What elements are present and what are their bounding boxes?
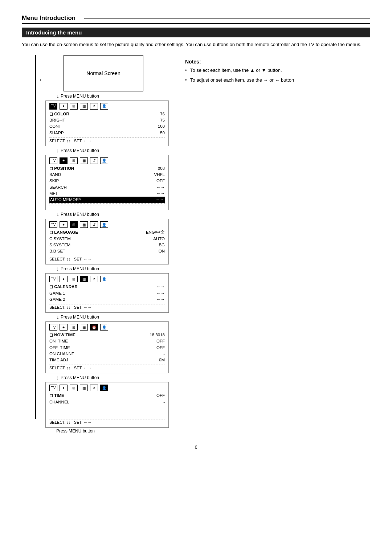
menu-icons-2: TV ✦ ⊞ ▦ ↺ 👤 (49, 157, 165, 164)
note-item-2: To adjust or set each item, use the → or… (185, 77, 370, 84)
icon4-star: ✦ (60, 276, 68, 282)
icon3-box1: ⊞ (70, 221, 78, 228)
icon4-person: 👤 (100, 276, 108, 282)
icon6-box2: ▦ (80, 385, 88, 391)
menu-panel-4: TV ✦ ⊞ ▦ ↺ 👤 ◻ CALENDAR←→ GAME 1←→ GAME … (45, 273, 169, 313)
press-menu-2: Press MENU button (61, 148, 99, 153)
panel1-select: SELECT: ↕↕ SET: ←→ (49, 138, 165, 143)
panel3-rows: ◻ LANGUAGEENG/中文 C.SYSTEMAUTO S.SYSTEMBG… (49, 229, 165, 254)
arrow-down-5: ↓ (56, 314, 59, 320)
arrow-down-icon: ↓ (56, 93, 59, 99)
intro-text: You can use the on-screen menus to set t… (22, 41, 370, 49)
icon2-person: 👤 (100, 157, 108, 164)
icon2-box1: ⊞ (70, 157, 78, 164)
icon3-tv: TV (49, 221, 57, 228)
icon5-tv: TV (49, 324, 57, 331)
menu-panel-3: TV ✦ ⊞ ▦ ↺ 👤 ◻ LANGUAGEENG/中文 C.SYSTEMAU… (45, 219, 169, 264)
icon5-star: ✦ (60, 324, 68, 331)
page-number: 6 (22, 444, 370, 450)
icon2-tv: TV (49, 157, 57, 164)
icon2-star: ✦ (60, 157, 68, 164)
arrow-down-3: ↓ (56, 211, 59, 218)
icon-star: ✦ (60, 103, 68, 110)
menu-icons-1: TV ✦ ⊞ ▦ ↺ 👤 (49, 103, 165, 110)
icon-tv: TV (49, 103, 57, 110)
icon3-star: ✦ (60, 221, 68, 228)
note-item-1: To select each item, use the ▲ or ▼ butt… (185, 67, 370, 74)
notes-column: Notes: To select each item, use the ▲ or… (185, 55, 370, 87)
panel4-select: SELECT: ↕↕ SET: ←→ (49, 304, 165, 309)
icon-box1: ⊞ (70, 103, 78, 110)
icon2-box2: ▦ (80, 157, 88, 164)
icon3-person: 👤 (100, 221, 108, 228)
icon6-tv: TV (49, 385, 57, 391)
section-title: Menu Introduction (22, 15, 370, 24)
diagram-column: → Normal Screen ↓ Press MENU button (22, 55, 174, 434)
icon4-refresh: ↺ (90, 276, 98, 282)
panel3-select: SELECT: ↕↕ SET: ←→ (49, 256, 165, 261)
icon4-box2: ▦ (80, 276, 88, 282)
panel1-rows: ◻ COLOR76 BRIGHT75 CONT100 SHARP50 (49, 111, 165, 136)
menu-panel-6: TV ✦ ⊞ ▦ ↺ 👤 ◻ TIMEOFF CHANNEL- SELEC (45, 382, 169, 428)
icon6-star: ✦ (60, 385, 68, 391)
icon-person: 👤 (100, 103, 108, 110)
icon3-box2: ▦ (80, 221, 88, 228)
panel6-rows: ◻ TIMEOFF CHANNEL- (49, 393, 165, 405)
normal-screen-box: Normal Screen (64, 55, 143, 91)
arrow-down-2: ↓ (56, 147, 59, 154)
notes-list: To select each item, use the ▲ or ▼ butt… (185, 67, 370, 84)
panel4-rows: ◻ CALENDAR←→ GAME 1←→ GAME 2←→ (49, 284, 165, 303)
press-menu-last: Press MENU button (27, 428, 169, 434)
press-menu-5: Press MENU button (61, 315, 99, 320)
menu-panel-5: TV ✦ ⊞ ▦ ⏰ 👤 ◻ NOW TIME18.3018 ON TIMEOF… (45, 321, 169, 373)
icon-refresh: ↺ (90, 103, 98, 110)
page-section: Menu Introduction Introducing the menu Y… (22, 15, 370, 450)
icon4-tv: TV (49, 276, 57, 282)
icon6-refresh: ↺ (90, 385, 98, 391)
panel5-rows: ◻ NOW TIME18.3018 ON TIMEOFF OFF TIMEOFF… (49, 332, 165, 363)
menu-icons-3: TV ✦ ⊞ ▦ ↺ 👤 (49, 221, 165, 228)
press-menu-3: Press MENU button (61, 212, 99, 217)
press-menu-1: Press MENU button (61, 94, 99, 99)
press-menu-4: Press MENU button (61, 266, 99, 271)
press-menu-6: Press MENU button (61, 375, 99, 380)
menu-icons-6: TV ✦ ⊞ ▦ ↺ 👤 (49, 385, 165, 391)
arrow-down-6: ↓ (56, 374, 59, 381)
icon5-box1: ⊞ (70, 324, 78, 331)
icon6-box1: ⊞ (70, 385, 78, 391)
arrow-down-4: ↓ (56, 266, 59, 272)
menu-icons-5: TV ✦ ⊞ ▦ ⏰ 👤 (49, 324, 165, 331)
panel6-select: SELECT: ↕↕ SET: ←→ (49, 419, 165, 424)
icon5-person: 👤 (100, 324, 108, 331)
icon3-refresh: ↺ (90, 221, 98, 228)
notes-title: Notes: (185, 59, 370, 65)
icon5-clock: ⏰ (90, 324, 98, 331)
icon4-box1: ⊞ (70, 276, 78, 282)
icon-box2: ▦ (80, 103, 88, 110)
icon2-refresh: ↺ (90, 157, 98, 164)
menu-icons-4: TV ✦ ⊞ ▦ ↺ 👤 (49, 276, 165, 282)
icon5-box2: ▦ (80, 324, 88, 331)
panel2-rows: ◻ POSITION008 BANDVHFL SKIPOFF SEARCH←→ … (49, 165, 165, 206)
menu-panel-1: TV ✦ ⊞ ▦ ↺ 👤 ◻ COLOR76 BRIGHT75 CONT100 … (45, 100, 169, 146)
menu-panel-2: TV ✦ ⊞ ▦ ↺ 👤 ◻ POSITION008 BANDVHFL SKIP… (45, 155, 169, 210)
subsection-title: Introducing the menu (22, 28, 370, 37)
icon6-person: 👤 (100, 385, 108, 391)
panel5-select: SELECT: ↕↕ SET: ←→ (49, 365, 165, 370)
